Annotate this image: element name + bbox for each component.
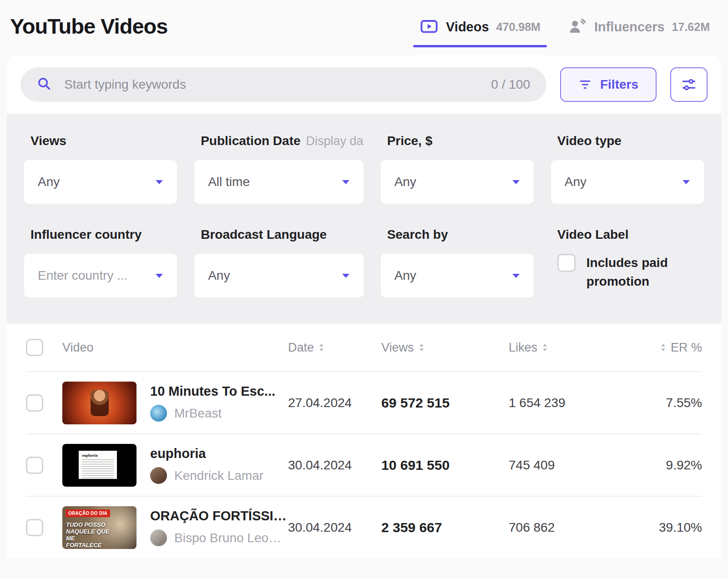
filters-button-label: Filters xyxy=(600,77,638,92)
sort-icon xyxy=(318,343,324,352)
channel-name[interactable]: MrBeast xyxy=(174,406,222,421)
price-filter-label: Price, $ xyxy=(387,134,433,148)
page-header: YouTube Videos Videos 470.98M In xyxy=(0,0,728,47)
table-header-row: Video Date Views Likes ER % xyxy=(26,324,702,371)
row-checkbox[interactable] xyxy=(26,457,43,474)
column-header-video: Video xyxy=(62,341,288,355)
influencer-country-select[interactable]: Enter country ... xyxy=(24,254,177,297)
video-label-filter-label: Video Label xyxy=(557,227,629,242)
paid-promotion-checkbox[interactable] xyxy=(557,254,576,272)
publication-date-sublabel: Display da xyxy=(306,134,364,148)
chevron-down-icon xyxy=(155,180,163,185)
advanced-settings-button[interactable] xyxy=(670,67,708,102)
broadcast-language-select[interactable]: Any xyxy=(194,254,363,297)
table-row[interactable]: ORAÇÃO DO DIA TUDO POSSO NAQUELE QUE ME … xyxy=(26,496,702,558)
channel-avatar[interactable] xyxy=(150,529,167,546)
video-type-select[interactable]: Any xyxy=(551,160,704,204)
filter-video-label: Video Label Includes paid promotion xyxy=(551,227,704,297)
filter-price: Price, $ Any xyxy=(381,134,534,204)
video-likes: 745 409 xyxy=(509,458,629,473)
keyword-search[interactable]: 0 / 100 xyxy=(20,67,546,102)
table-row[interactable]: 10 Minutes To Esc... MrBeast 27.04.2024 … xyxy=(26,371,702,433)
video-title[interactable]: euphoria xyxy=(150,446,263,461)
views-select-value: Any xyxy=(38,175,60,189)
publication-date-select[interactable]: All time xyxy=(194,160,363,204)
table-row[interactable]: euphoria euphoria Kendrick Lamar 30.04.2… xyxy=(26,433,702,496)
search-icon xyxy=(37,76,51,93)
row-checkbox[interactable] xyxy=(26,394,43,412)
funnel-icon xyxy=(578,78,592,91)
video-thumbnail[interactable] xyxy=(62,382,136,424)
filter-influencer-country: Influencer country Enter country ... xyxy=(24,227,177,297)
filter-grid: Views Any Publication Date Display da Al… xyxy=(7,114,721,324)
video-likes: 1 654 239 xyxy=(509,396,629,410)
tab-videos-label: Videos xyxy=(446,20,489,35)
column-header-er[interactable]: ER % xyxy=(629,341,702,355)
video-title[interactable]: 10 Minutes To Esc... xyxy=(150,384,275,399)
channel-avatar[interactable] xyxy=(150,405,167,422)
influencer-person-icon xyxy=(568,17,587,36)
views-filter-label: Views xyxy=(30,134,66,148)
search-by-select-value: Any xyxy=(394,268,416,283)
filter-publication-date: Publication Date Display da All time xyxy=(194,134,363,204)
video-er: 7.55% xyxy=(629,396,702,410)
broadcast-language-filter-label: Broadcast Language xyxy=(201,227,327,242)
chevron-down-icon xyxy=(682,180,690,185)
price-select-value: Any xyxy=(394,175,416,189)
influencer-country-filter-label: Influencer country xyxy=(30,227,142,242)
select-all-checkbox[interactable] xyxy=(26,339,43,356)
tab-videos-count: 470.98M xyxy=(496,20,541,34)
channel-name[interactable]: Kendrick Lamar xyxy=(174,468,263,483)
column-header-likes[interactable]: Likes xyxy=(509,341,629,355)
sort-icon xyxy=(419,343,425,352)
tab-influencers-count: 17.62M xyxy=(672,20,710,34)
broadcast-language-select-value: Any xyxy=(208,268,230,283)
video-er: 39.10% xyxy=(629,520,702,535)
video-title[interactable]: ORAÇÃO FORTÍSSIMA xyxy=(150,509,288,524)
tab-influencers[interactable]: Influencers 17.62M xyxy=(568,17,710,47)
main-card: 0 / 100 Filters xyxy=(7,55,721,558)
search-row: 0 / 100 Filters xyxy=(7,55,721,114)
video-views: 2 359 667 xyxy=(381,520,509,535)
paid-promotion-label: Includes paid promotion xyxy=(586,254,687,291)
video-er: 9.92% xyxy=(629,458,702,473)
thumbnail-text: euphoria xyxy=(82,453,114,458)
filters-button[interactable]: Filters xyxy=(560,67,657,102)
column-header-date[interactable]: Date xyxy=(288,341,381,355)
video-date: 30.04.2024 xyxy=(288,458,381,473)
chevron-down-icon xyxy=(512,180,520,185)
video-thumbnail[interactable]: euphoria xyxy=(62,444,136,487)
search-input[interactable] xyxy=(64,77,478,92)
video-views: 10 691 550 xyxy=(381,458,509,473)
thumbnail-badge: ORAÇÃO DO DIA xyxy=(66,509,110,517)
video-type-select-value: Any xyxy=(565,175,586,189)
column-header-views[interactable]: Views xyxy=(381,341,509,355)
tab-influencers-label: Influencers xyxy=(594,20,665,35)
views-select[interactable]: Any xyxy=(24,160,177,204)
search-by-select[interactable]: Any xyxy=(381,254,534,297)
row-checkbox[interactable] xyxy=(26,519,43,536)
video-thumbnail[interactable]: ORAÇÃO DO DIA TUDO POSSO NAQUELE QUE ME … xyxy=(62,506,136,549)
tab-bar: Videos 470.98M Influencers 17.62M xyxy=(420,17,710,47)
video-date: 30.04.2024 xyxy=(288,520,381,535)
video-screen-icon xyxy=(420,17,439,36)
filter-video-type: Video type Any xyxy=(551,134,704,204)
page-title: YouTube Videos xyxy=(10,14,167,39)
search-by-filter-label: Search by xyxy=(387,227,448,242)
influencer-country-select-value: Enter country ... xyxy=(38,268,128,283)
chevron-down-icon xyxy=(512,273,520,278)
chevron-down-icon xyxy=(342,180,350,185)
channel-avatar[interactable] xyxy=(150,467,167,484)
sliders-icon xyxy=(681,77,697,92)
publication-date-filter-label: Publication Date xyxy=(201,134,300,148)
tab-videos[interactable]: Videos 470.98M xyxy=(420,17,541,47)
filter-search-by: Search by Any xyxy=(381,227,534,297)
filter-views: Views Any xyxy=(24,134,177,204)
publication-date-select-value: All time xyxy=(208,175,250,189)
chevron-down-icon xyxy=(155,273,163,278)
channel-name[interactable]: Bispo Bruno Leonardo xyxy=(174,531,288,545)
video-type-filter-label: Video type xyxy=(557,134,622,148)
price-select[interactable]: Any xyxy=(381,160,534,204)
video-views: 69 572 515 xyxy=(381,395,509,411)
sort-icon xyxy=(660,343,666,352)
